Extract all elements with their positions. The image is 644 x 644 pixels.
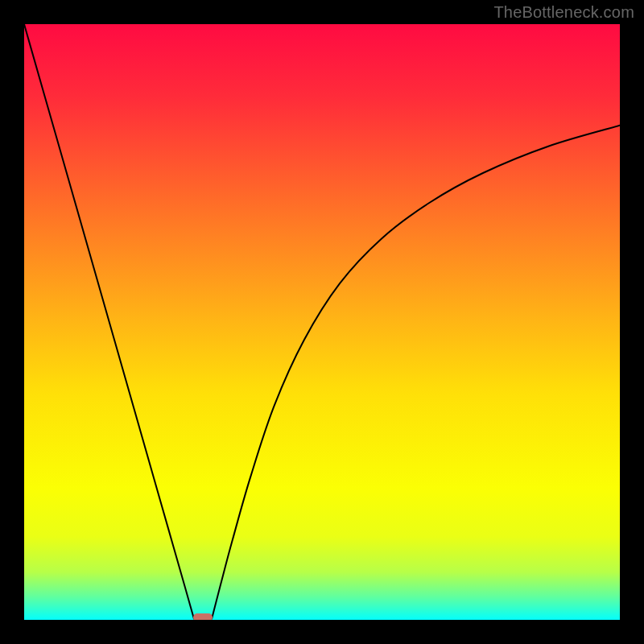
chart-frame: TheBottleneck.com <box>0 0 644 644</box>
background-gradient <box>24 24 620 620</box>
watermark-text: TheBottleneck.com <box>493 3 634 22</box>
svg-rect-0 <box>24 24 620 620</box>
plot-area <box>24 24 620 620</box>
minimum-marker <box>193 613 213 620</box>
